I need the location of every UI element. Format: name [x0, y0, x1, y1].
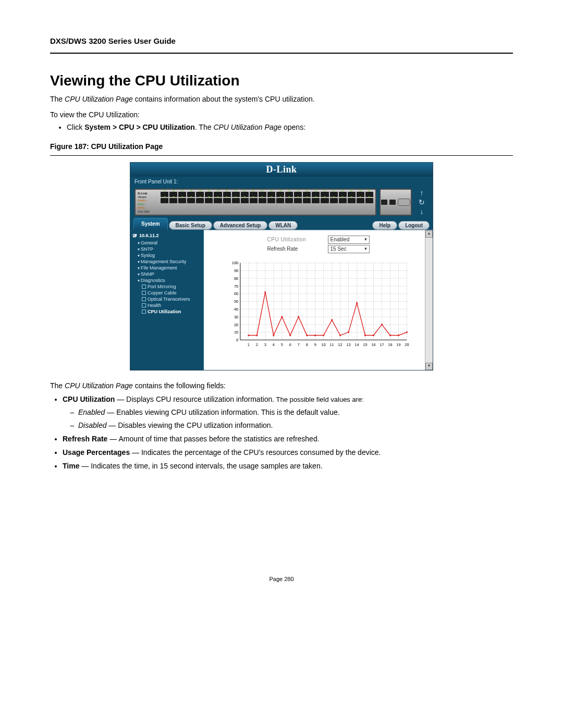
aux-box — [380, 189, 412, 216]
field-item: Time — Indicates the time, in 15 second … — [63, 461, 513, 471]
figure-rule — [50, 155, 513, 156]
arrow-down-icon[interactable]: ↓ — [420, 207, 424, 216]
chevron-down-icon: ▾ — [138, 241, 140, 245]
svg-rect-77 — [348, 331, 349, 333]
ethernet-port[interactable] — [285, 198, 293, 203]
sidebar-item[interactable]: ▾General — [132, 240, 201, 246]
svg-rect-78 — [356, 302, 358, 304]
tab-advanced-setup[interactable]: Advanced Setup — [213, 221, 267, 230]
tab-help[interactable]: Help — [372, 221, 397, 230]
ethernet-port[interactable] — [161, 198, 168, 203]
device-panel: D-Link •Stack PWR • FAN • RPS • DXS-3250 — [134, 189, 429, 216]
tab-wlan[interactable]: WLAN — [268, 221, 298, 230]
svg-text:50: 50 — [234, 299, 238, 304]
chevron-down-icon: ▾ — [138, 253, 140, 258]
chevron-down-icon: ▾ — [138, 278, 140, 283]
sidebar-item[interactable]: ▾File Management — [132, 265, 201, 271]
svg-rect-66 — [256, 335, 258, 336]
sidebar-item[interactable]: ▾Management Security — [132, 258, 201, 265]
svg-text:16: 16 — [371, 342, 375, 347]
ethernet-port[interactable] — [330, 198, 338, 203]
svg-text:6: 6 — [289, 342, 291, 347]
tab-system[interactable]: System — [133, 218, 168, 230]
refresh-rate-select[interactable]: 15 Sec — [328, 245, 370, 253]
svg-text:40: 40 — [234, 307, 238, 312]
ethernet-port[interactable] — [196, 198, 204, 203]
ethernet-port[interactable] — [267, 198, 275, 203]
fields-intro: The CPU Utilization Page contains the fo… — [50, 381, 513, 391]
screenshot-frame: D-Link Front Panel Unit 1: D-Link •Stack… — [130, 162, 433, 371]
tab-basic-setup[interactable]: Basic Setup — [169, 221, 212, 230]
svg-rect-73 — [314, 335, 316, 336]
ethernet-port[interactable] — [232, 198, 240, 203]
intro-step: To view the CPU Utilization: — [50, 110, 513, 120]
sidebar-item[interactable]: ▾SNMP — [132, 271, 201, 277]
scroll-down-icon[interactable]: ▾ — [425, 363, 433, 370]
sidebar-item[interactable]: ▾Diagnostics — [132, 277, 201, 283]
tab-row: System Basic Setup Advanced Setup WLAN H… — [130, 218, 433, 230]
ethernet-port[interactable] — [339, 198, 347, 203]
svg-text:18: 18 — [388, 342, 392, 347]
svg-text:10: 10 — [322, 342, 326, 347]
cpu-util-select[interactable]: Enabled — [328, 236, 370, 244]
unit-nav-arrows[interactable]: ↑ ↻ ↓ — [415, 189, 429, 216]
sidebar-item[interactable]: Port Mirroring — [132, 283, 201, 290]
cpu-util-label: CPU Utilization — [267, 237, 320, 242]
svg-text:2: 2 — [256, 342, 258, 347]
sidebar-item[interactable]: ▾Syslog — [132, 252, 201, 258]
sidebar-item[interactable]: Copper Cable — [132, 290, 201, 296]
ethernet-port[interactable] — [321, 198, 328, 203]
sidebar-item[interactable]: Health — [132, 302, 201, 309]
svg-text:5: 5 — [281, 342, 283, 347]
vertical-scrollbar[interactable]: ▴ ▾ — [425, 230, 433, 370]
ethernet-port[interactable] — [357, 198, 364, 203]
svg-rect-76 — [339, 335, 341, 336]
svg-rect-84 — [406, 331, 408, 333]
ethernet-port[interactable] — [365, 198, 373, 203]
ethernet-port[interactable] — [241, 198, 249, 203]
ethernet-port[interactable] — [187, 198, 195, 203]
sidebar-item[interactable]: Optical Transceivers — [132, 296, 201, 302]
svg-text:11: 11 — [330, 342, 334, 347]
guide-title: DXS/DWS 3200 Series User Guide — [50, 36, 513, 50]
subfield-item: Enabled — Enables viewing CPU utilizatio… — [78, 407, 513, 417]
ethernet-port[interactable] — [169, 198, 177, 203]
svg-rect-75 — [331, 319, 333, 320]
ethernet-port[interactable] — [312, 198, 320, 203]
sidebar-ip[interactable]: 🖳 10.6.11.2 — [132, 233, 201, 238]
box-icon — [142, 303, 146, 307]
ethernet-port[interactable] — [178, 198, 186, 203]
ethernet-port[interactable] — [303, 198, 311, 203]
svg-text:80: 80 — [234, 276, 238, 281]
ethernet-port[interactable] — [259, 198, 266, 203]
ethernet-port[interactable] — [223, 198, 231, 203]
ethernet-port[interactable] — [205, 198, 213, 203]
svg-text:4: 4 — [273, 342, 275, 347]
box-icon — [142, 310, 146, 314]
sidebar-item[interactable]: ▾SNTP — [132, 246, 201, 252]
svg-rect-79 — [364, 335, 366, 336]
svg-rect-74 — [323, 335, 324, 336]
device-model: DXS-3250 — [138, 211, 158, 213]
ethernet-port[interactable] — [214, 198, 222, 203]
arrow-up-icon[interactable]: ↑ — [420, 189, 424, 197]
cpu-chart: 0102030405060708090100123456789101112131… — [227, 257, 410, 351]
chevron-down-icon: ▾ — [138, 247, 140, 252]
refresh-icon[interactable]: ↻ — [419, 198, 425, 206]
brand-logo: D-Link — [130, 163, 433, 177]
svg-text:12: 12 — [338, 342, 342, 347]
scroll-up-icon[interactable]: ▴ — [425, 230, 433, 238]
svg-rect-68 — [273, 335, 274, 336]
ethernet-port[interactable] — [250, 198, 258, 203]
sidebar-item[interactable]: CPU Utilization — [132, 309, 201, 315]
header-rule — [50, 53, 513, 54]
ethernet-port[interactable] — [348, 198, 356, 203]
main-pane: CPU Utilization Enabled Refresh Rate 15 … — [204, 230, 433, 370]
svg-text:10: 10 — [234, 330, 238, 335]
svg-rect-81 — [381, 324, 383, 325]
ethernet-port[interactable] — [294, 198, 302, 203]
svg-text:7: 7 — [298, 342, 300, 347]
svg-text:17: 17 — [380, 342, 384, 347]
tab-logout[interactable]: Logout — [398, 221, 430, 230]
ethernet-port[interactable] — [276, 198, 284, 203]
